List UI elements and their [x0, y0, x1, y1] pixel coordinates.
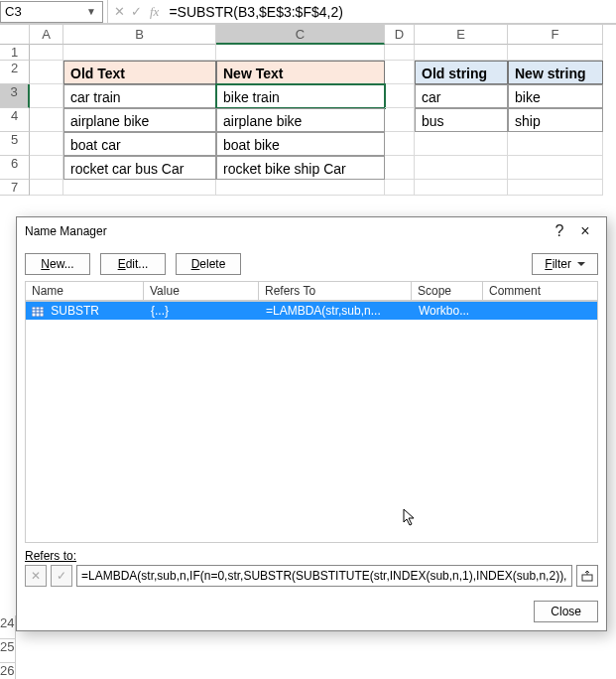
refers-cancel-icon[interactable]: ✕ — [25, 565, 47, 587]
delete-button[interactable]: Delete — [176, 253, 241, 275]
mouse-cursor-icon — [403, 508, 417, 526]
edit-button[interactable]: Edit... — [100, 253, 166, 275]
svg-rect-5 — [582, 575, 592, 581]
cell-E5[interactable] — [415, 132, 508, 156]
cell-A3[interactable] — [30, 84, 63, 108]
cell-A5[interactable] — [30, 132, 63, 156]
row-stubs: 24 25 26 — [0, 615, 16, 679]
header-old-string[interactable]: Old string — [415, 61, 508, 84]
cell-D1[interactable] — [385, 45, 415, 61]
row-header-2[interactable]: 2 — [0, 61, 30, 84]
cell-D2[interactable] — [385, 61, 415, 84]
cell-A1[interactable] — [30, 45, 63, 61]
col-scope[interactable]: Scope — [412, 281, 483, 301]
name-icon — [32, 307, 44, 317]
header-new-string[interactable]: New string — [508, 61, 603, 84]
chevron-down-icon[interactable]: ▼ — [84, 6, 98, 17]
cell-D6[interactable] — [385, 156, 415, 180]
cell-D4[interactable] — [385, 108, 415, 132]
cell-B3[interactable]: car train — [63, 84, 216, 108]
filter-button[interactable]: Filter — [532, 253, 598, 275]
formula-input[interactable] — [165, 1, 616, 23]
row-header-3[interactable]: 3 — [0, 84, 30, 108]
col-comment[interactable]: Comment — [483, 281, 598, 301]
svg-rect-0 — [32, 307, 44, 317]
row-header-7[interactable]: 7 — [0, 180, 30, 196]
cell-F3[interactable]: bike — [508, 84, 603, 108]
name-row-substr[interactable]: SUBSTR {...} =LAMBDA(str,sub,n... Workbo… — [26, 302, 597, 320]
col-header-A[interactable]: A — [30, 25, 63, 45]
cell-A6[interactable] — [30, 156, 63, 180]
fx-icon[interactable]: fx — [150, 4, 159, 20]
col-header-C[interactable]: C — [216, 25, 385, 45]
cell-B1[interactable] — [63, 45, 216, 61]
cell-D7[interactable] — [385, 180, 415, 196]
name-box-text: C3 — [5, 4, 84, 19]
cell-C3[interactable]: bike train — [216, 84, 385, 108]
cell-E6[interactable] — [415, 156, 508, 180]
col-header-F[interactable]: F — [508, 25, 603, 45]
cell-A7[interactable] — [30, 180, 63, 196]
range-picker-icon[interactable] — [576, 565, 598, 587]
row-header-4[interactable]: 4 — [0, 108, 30, 132]
row-header-24[interactable]: 24 — [0, 615, 16, 639]
cell-D5[interactable] — [385, 132, 415, 156]
refers-confirm-icon[interactable]: ✓ — [51, 565, 72, 587]
cell-C5[interactable]: boat bike — [216, 132, 385, 156]
cell-E3[interactable]: car — [415, 84, 508, 108]
new-button[interactable]: New... — [25, 253, 90, 275]
cancel-icon[interactable]: ✕ — [114, 4, 125, 19]
cell-B7[interactable] — [63, 180, 216, 196]
row-header-5[interactable]: 5 — [0, 132, 30, 156]
cell-F5[interactable] — [508, 132, 603, 156]
select-all-cell[interactable] — [0, 25, 30, 45]
row-scope: Workbo... — [413, 302, 484, 320]
cell-D3[interactable] — [385, 84, 415, 108]
name-list[interactable]: SUBSTR {...} =LAMBDA(str,sub,n... Workbo… — [25, 301, 598, 543]
dialog-titlebar[interactable]: Name Manager ? × — [17, 217, 606, 245]
cell-C7[interactable] — [216, 180, 385, 196]
cell-B4[interactable]: airplane bike — [63, 108, 216, 132]
close-button[interactable]: Close — [534, 601, 598, 622]
dialog-toolbar: New... Edit... Delete Filter — [17, 245, 606, 281]
col-value[interactable]: Value — [144, 281, 259, 301]
col-name[interactable]: Name — [25, 281, 144, 301]
cell-A4[interactable] — [30, 108, 63, 132]
refers-to-label: Refers to: — [25, 549, 598, 563]
header-new-text[interactable]: New Text — [216, 61, 385, 84]
name-list-header: Name Value Refers To Scope Comment — [17, 281, 606, 301]
name-box[interactable]: C3 ▼ — [0, 1, 103, 23]
cell-C4[interactable]: airplane bike — [216, 108, 385, 132]
cell-E7[interactable] — [415, 180, 508, 196]
header-old-text[interactable]: Old Text — [63, 61, 216, 84]
cell-C6[interactable]: rocket bike ship Car — [216, 156, 385, 180]
cell-F6[interactable] — [508, 156, 603, 180]
refers-to-input[interactable] — [76, 565, 572, 587]
col-header-D[interactable]: D — [385, 25, 415, 45]
row-refers: =LAMBDA(str,sub,n... — [260, 302, 413, 320]
formula-bar-buttons: ✕ ✓ fx — [112, 4, 165, 20]
cell-B6[interactable]: rocket car bus Car — [63, 156, 216, 180]
col-header-B[interactable]: B — [63, 25, 216, 45]
row-comment — [484, 302, 597, 320]
cell-B5[interactable]: boat car — [63, 132, 216, 156]
cell-A2[interactable] — [30, 61, 63, 84]
formula-bar: C3 ▼ ✕ ✓ fx — [0, 0, 616, 24]
row-header-6[interactable]: 6 — [0, 156, 30, 180]
cell-C1[interactable] — [216, 45, 385, 61]
cell-F4[interactable]: ship — [508, 108, 603, 132]
cell-E1[interactable] — [415, 45, 508, 61]
row-header-25[interactable]: 25 — [0, 639, 16, 663]
col-header-E[interactable]: E — [415, 25, 508, 45]
cell-F7[interactable] — [508, 180, 603, 196]
help-button[interactable]: ? — [547, 222, 572, 240]
spreadsheet-grid[interactable]: A B C D E F 1 2 Old Text New Text Old st… — [0, 24, 616, 196]
cell-E4[interactable]: bus — [415, 108, 508, 132]
row-header-26[interactable]: 26 — [0, 663, 16, 679]
row-header-1[interactable]: 1 — [0, 45, 30, 61]
cell-F1[interactable] — [508, 45, 603, 61]
close-icon[interactable]: × — [572, 222, 598, 240]
enter-icon[interactable]: ✓ — [131, 4, 142, 19]
name-manager-dialog: Name Manager ? × New... Edit... Delete F… — [16, 216, 607, 631]
col-refers[interactable]: Refers To — [259, 281, 412, 301]
